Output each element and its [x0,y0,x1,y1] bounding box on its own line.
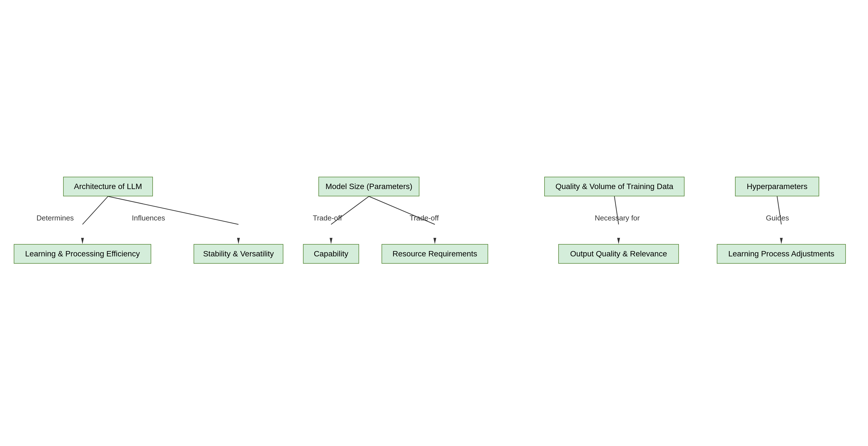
svg-line-0 [83,196,108,224]
svg-marker-7 [433,238,436,244]
svg-marker-9 [617,238,620,244]
oqr-node: Output Quality & Relevance [558,244,679,264]
diagram-container: Architecture of LLM Learning & Processin… [0,0,868,446]
necessary-label: Necessary for [595,214,640,222]
guides-label: Guides [766,214,789,222]
sv-node: Stability & Versatility [193,244,283,264]
svg-marker-11 [780,238,783,244]
svg-marker-1 [81,238,84,244]
influences-label: Influences [132,214,165,222]
svg-line-2 [108,196,239,224]
architecture-node: Architecture of LLM [63,177,153,196]
tradeoff1-label: Trade-off [313,214,342,222]
cap-node: Capability [303,244,359,264]
svg-marker-3 [237,238,240,244]
determines-label: Determines [36,214,74,222]
hyper-node: Hyperparameters [735,177,819,196]
tradeoff2-label: Trade-off [410,214,439,222]
qvtd-node: Quality & Volume of Training Data [544,177,684,196]
arrows-svg [0,0,868,446]
lpe-node: Learning & Processing Efficiency [14,244,151,264]
lpa-node: Learning Process Adjustments [717,244,846,264]
rr-node: Resource Requirements [381,244,488,264]
model-node: Model Size (Parameters) [318,177,420,196]
svg-marker-5 [330,238,333,244]
